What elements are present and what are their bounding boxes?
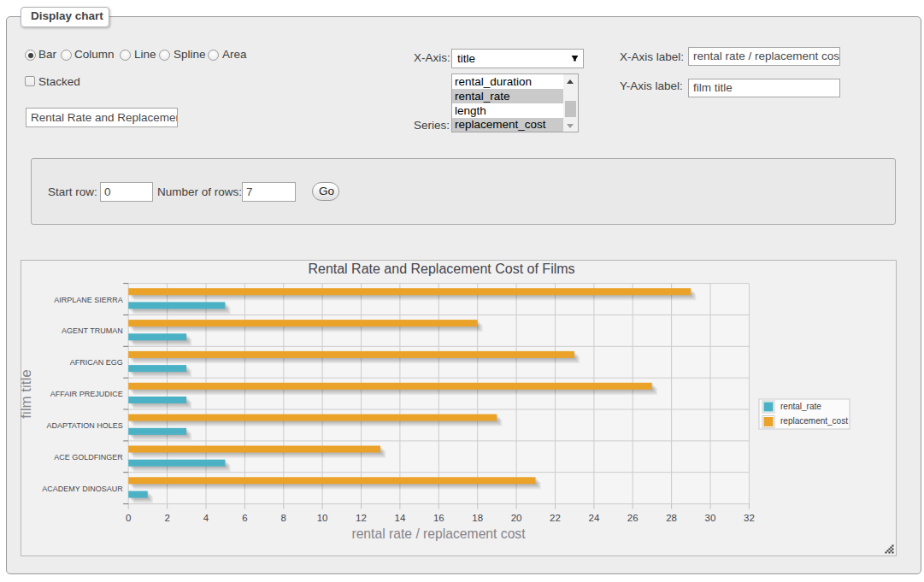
- svg-text:AGENT TRUMAN: AGENT TRUMAN: [62, 326, 123, 335]
- svg-text:replacement_cost: replacement_cost: [780, 416, 848, 426]
- svg-text:22: 22: [550, 513, 561, 523]
- svg-text:film title: film title: [21, 369, 34, 419]
- svg-text:rental rate / replacement cost: rental rate / replacement cost: [351, 526, 526, 541]
- svg-text:18: 18: [472, 513, 483, 523]
- svg-text:14: 14: [395, 513, 406, 523]
- svg-text:28: 28: [666, 513, 677, 523]
- svg-text:ACE GOLDFINGER: ACE GOLDFINGER: [54, 453, 123, 461]
- svg-text:8: 8: [281, 513, 286, 523]
- svg-text:Rental Rate and Replacement Co: Rental Rate and Replacement Cost of Film…: [308, 262, 574, 276]
- svg-text:16: 16: [433, 513, 444, 523]
- svg-text:32: 32: [744, 513, 755, 523]
- svg-text:20: 20: [511, 513, 522, 523]
- svg-text:ADAPTATION HOLES: ADAPTATION HOLES: [47, 421, 123, 430]
- svg-text:2: 2: [164, 513, 169, 523]
- svg-text:12: 12: [356, 513, 367, 523]
- svg-text:26: 26: [627, 513, 639, 523]
- svg-text:30: 30: [705, 513, 716, 523]
- svg-text:4: 4: [203, 513, 209, 523]
- svg-text:10: 10: [317, 513, 328, 523]
- svg-text:24: 24: [589, 513, 600, 523]
- svg-text:6: 6: [242, 513, 247, 523]
- svg-text:0: 0: [126, 513, 131, 523]
- svg-text:rental_rate: rental_rate: [780, 402, 821, 411]
- svg-text:ACADEMY DINOSAUR: ACADEMY DINOSAUR: [42, 485, 123, 493]
- svg-text:AFRICAN EGG: AFRICAN EGG: [70, 358, 123, 367]
- svg-text:AFFAIR PREJUDICE: AFFAIR PREJUDICE: [50, 390, 123, 398]
- svg-text:AIRPLANE SIERRA: AIRPLANE SIERRA: [54, 296, 123, 304]
